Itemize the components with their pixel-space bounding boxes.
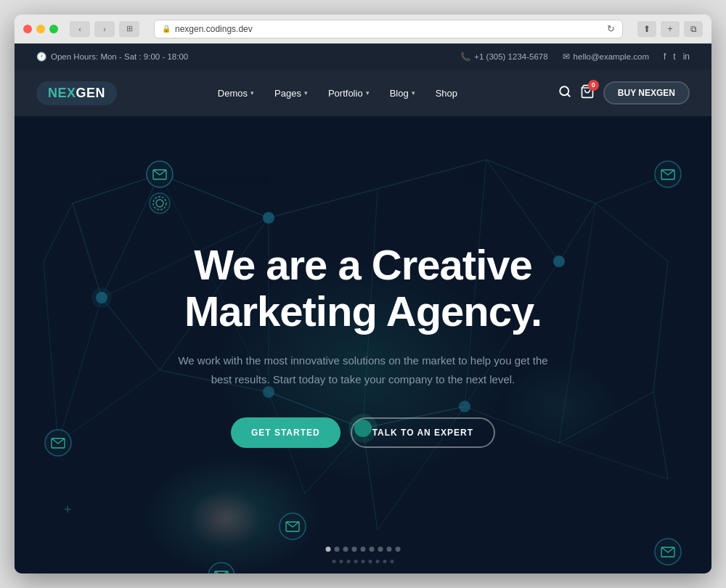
hero-subtitle: We work with the most innovative solutio… bbox=[167, 351, 559, 388]
clock-icon: 🕐 bbox=[36, 52, 46, 62]
logo-gen: GEN bbox=[76, 86, 106, 100]
chevron-down-icon: ▾ bbox=[366, 89, 370, 97]
logo-nex: NEX bbox=[48, 86, 76, 100]
navigation: NEXGEN Demos ▾ Pages ▾ Portfolio ▾ Blog bbox=[15, 70, 711, 116]
browser-actions: ⬆ + ⧉ bbox=[637, 21, 703, 37]
svg-line-1 bbox=[567, 94, 569, 96]
chevron-down-icon: ▾ bbox=[304, 89, 308, 97]
svg-point-46 bbox=[147, 161, 173, 187]
phone-icon: 📞 bbox=[460, 52, 470, 62]
pagination-dot-sm-2 bbox=[340, 560, 343, 563]
phone-contact[interactable]: 📞 +1 (305) 1234-5678 bbox=[460, 52, 547, 62]
browser-titlebar: ‹ › ⊞ 🔒 nexgen.codings.dev ↻ ⬆ + ⧉ bbox=[15, 15, 711, 44]
talk-to-expert-button[interactable]: TALK TO AN EXPERT bbox=[351, 417, 495, 448]
svg-point-65 bbox=[263, 212, 274, 224]
pagination-dot-sm-1 bbox=[333, 560, 336, 563]
window-button[interactable]: ⊞ bbox=[119, 21, 139, 37]
nav-menu: Demos ▾ Pages ▾ Portfolio ▾ Blog ▾ Shop bbox=[209, 83, 466, 103]
svg-point-64 bbox=[91, 287, 112, 308]
url-text: nexgen.codings.dev bbox=[175, 24, 253, 34]
lock-icon: 🔒 bbox=[162, 25, 171, 33]
linkedin-icon[interactable]: in bbox=[683, 52, 690, 62]
cart-badge: 0 bbox=[588, 80, 599, 91]
social-icons: f t in bbox=[664, 52, 690, 62]
svg-point-56 bbox=[655, 539, 681, 565]
hero-buttons: GET STARTED TALK TO AN EXPERT bbox=[167, 417, 559, 448]
hours-text: Open Hours: Mon - Sat : 9:00 - 18:00 bbox=[51, 52, 188, 61]
pagination-dot-sm-3 bbox=[347, 560, 351, 563]
nav-item-pages[interactable]: Pages ▾ bbox=[266, 83, 317, 103]
twitter-icon[interactable]: t bbox=[673, 52, 675, 62]
cart-icon[interactable]: 0 bbox=[580, 84, 595, 102]
maximize-window-button[interactable] bbox=[49, 25, 58, 33]
back-button[interactable]: ‹ bbox=[70, 21, 90, 37]
pagination-dot-sm-5 bbox=[362, 560, 365, 563]
get-started-button[interactable]: GET STARTED bbox=[231, 417, 340, 448]
svg-point-54 bbox=[280, 513, 306, 539]
pagination-row2 bbox=[333, 560, 394, 563]
minimize-window-button[interactable] bbox=[36, 25, 45, 33]
traffic-lights bbox=[23, 25, 58, 33]
pagination-dot-8[interactable] bbox=[387, 547, 392, 552]
tabs-button[interactable]: ⧉ bbox=[684, 21, 703, 37]
logo-text: NEXGEN bbox=[48, 86, 105, 101]
pagination-dot-sm-9 bbox=[391, 560, 394, 563]
top-bar-contact: 📞 +1 (305) 1234-5678 ✉ hello@example.com… bbox=[460, 52, 690, 62]
hero-title: We are a Creative Marketing Agency. bbox=[167, 242, 559, 335]
reload-icon[interactable]: ↻ bbox=[607, 23, 615, 34]
svg-text:+: + bbox=[64, 502, 72, 517]
site-logo[interactable]: NEXGEN bbox=[36, 81, 117, 105]
nav-item-demos[interactable]: Demos ▾ bbox=[209, 83, 263, 103]
pagination-dot-3[interactable] bbox=[343, 547, 348, 552]
address-bar[interactable]: 🔒 nexgen.codings.dev ↻ bbox=[154, 20, 623, 38]
pagination-dot-sm-6 bbox=[369, 560, 372, 563]
top-bar-hours: 🕐 Open Hours: Mon - Sat : 9:00 - 18:00 bbox=[36, 52, 188, 62]
chevron-down-icon: ▾ bbox=[250, 89, 254, 97]
browser-controls: ‹ › ⊞ bbox=[70, 21, 139, 37]
new-tab-button[interactable]: + bbox=[661, 21, 680, 37]
nav-item-shop[interactable]: Shop bbox=[427, 83, 466, 103]
pagination-dot-4[interactable] bbox=[352, 547, 357, 552]
svg-point-50 bbox=[45, 430, 71, 456]
email-contact[interactable]: ✉ hello@example.com bbox=[563, 52, 649, 62]
pagination-dot-1[interactable] bbox=[326, 547, 331, 552]
pagination-dot-5[interactable] bbox=[361, 547, 366, 552]
search-icon[interactable] bbox=[558, 85, 571, 101]
email-address: hello@example.com bbox=[574, 52, 649, 61]
svg-point-48 bbox=[655, 161, 681, 187]
phone-number: +1 (305) 1234-5678 bbox=[474, 52, 547, 61]
email-icon: ✉ bbox=[563, 52, 570, 62]
svg-point-45 bbox=[189, 490, 261, 548]
buy-nexgen-button[interactable]: BUY NEXGEN bbox=[603, 81, 690, 105]
facebook-icon[interactable]: f bbox=[664, 52, 666, 62]
pagination-dot-sm-8 bbox=[383, 560, 387, 563]
nav-item-blog[interactable]: Blog ▾ bbox=[381, 83, 424, 103]
pagination-dot-sm-7 bbox=[376, 560, 380, 563]
pagination-dot-sm-4 bbox=[354, 560, 358, 563]
top-bar: 🕐 Open Hours: Mon - Sat : 9:00 - 18:00 📞… bbox=[15, 44, 711, 70]
hero-content: We are a Creative Marketing Agency. We w… bbox=[152, 242, 574, 449]
pagination-dot-7[interactable] bbox=[378, 547, 383, 552]
pagination-dot-2[interactable] bbox=[335, 547, 340, 552]
website: 🕐 Open Hours: Mon - Sat : 9:00 - 18:00 📞… bbox=[15, 44, 711, 573]
close-window-button[interactable] bbox=[23, 25, 32, 33]
share-button[interactable]: ⬆ bbox=[637, 21, 656, 37]
nav-item-portfolio[interactable]: Portfolio ▾ bbox=[319, 83, 378, 103]
pagination-dots bbox=[326, 547, 401, 552]
hero-title-line1: We are a Creative bbox=[194, 241, 532, 288]
forward-button[interactable]: › bbox=[94, 21, 115, 37]
hero-section: + We are a Creative Marketing Agency. We… bbox=[15, 116, 711, 573]
pagination-dot-9[interactable] bbox=[396, 547, 401, 552]
svg-point-58 bbox=[150, 193, 170, 213]
pagination-dot-6[interactable] bbox=[370, 547, 375, 552]
chevron-down-icon: ▾ bbox=[412, 89, 415, 97]
hero-title-line2: Marketing Agency. bbox=[184, 287, 542, 335]
nav-actions: 0 BUY NEXGEN bbox=[558, 81, 690, 105]
